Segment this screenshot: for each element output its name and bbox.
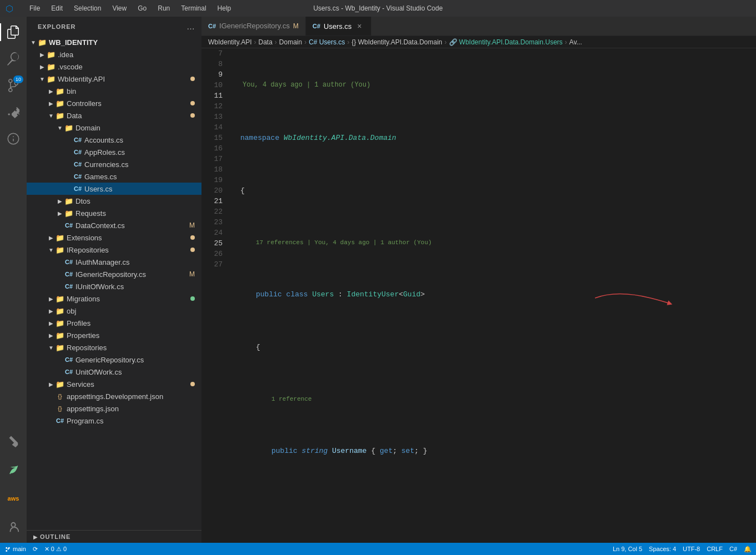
wbidentity-badge [190,77,195,81]
encoding-label: UTF-8 [683,546,700,552]
tab-users-close[interactable]: × [355,22,364,31]
irepositories-badge [190,248,195,252]
tab-users-icon: C# [313,23,320,29]
breadcrumb-file[interactable]: C# Users.cs [309,38,345,46]
sidebar-item-appsettings-dev[interactable]: ▶ {} appsettings.Development.json [27,390,201,402]
sidebar-item-properties[interactable]: ▶ 📁 Properties [27,329,201,341]
sidebar-item-users[interactable]: ▶ C# Users.cs [27,183,201,195]
code-line-12 [240,498,756,509]
sidebar-item-igenericrepo[interactable]: ▶ C# IGenericRepository.cs M [27,268,201,280]
sidebar-item-domain[interactable]: ▼ 📁 Domain [27,122,201,134]
sidebar-item-requests[interactable]: ▶ 📁 Requests [27,207,201,219]
iunitofwork-label: IUnitOfWork.cs [75,282,197,291]
activity-remote[interactable] [0,125,27,152]
sidebar-item-data[interactable]: ▼ 📁 Data [27,109,201,122]
breadcrumb-domain[interactable]: Domain [279,38,302,46]
status-spaces[interactable]: Spaces: 4 [649,546,676,552]
sidebar-item-controllers[interactable]: ▶ 📁 Controllers [27,97,201,109]
root-folder-icon: 📁 [38,38,47,47]
controllers-badge [190,101,195,105]
menu-help[interactable]: Help [213,3,236,13]
sidebar-item-services[interactable]: ▶ 📁 Services [27,378,201,390]
sidebar-item-approles[interactable]: ▶ C# AppRoles.cs [27,146,201,158]
breadcrumb-member[interactable]: Av... [569,38,582,46]
activity-account[interactable] [0,514,27,541]
tab-igenericrepo[interactable]: C# IGenericRepository.cs M [201,17,306,36]
breadcrumb-ns[interactable]: {} WbIdentity.API.Data.Domain [352,38,442,46]
sidebar-item-currencies[interactable]: ▶ C# Currencies.cs [27,158,201,170]
sidebar-item-migrations[interactable]: ▶ 📁 Migrations [27,292,201,305]
outline-header[interactable]: ▶ OUTLINE [27,531,201,543]
breadcrumb-data[interactable]: Data [258,38,272,46]
sidebar-item-iauthmanager[interactable]: ▶ C# IAuthManager.cs [27,256,201,268]
eol-label: CRLF [707,546,723,552]
status-branch[interactable]: main [4,546,26,552]
tab-users[interactable]: C# Users.cs × [306,17,371,36]
users-icon: C# [73,184,82,193]
breadcrumb-class[interactable]: 🔗 WbIdentity.API.Data.Domain.Users [449,38,563,46]
igenericrepo-modified: M [189,270,195,278]
status-encoding[interactable]: UTF-8 [683,546,700,552]
menu-selection[interactable]: Selection [69,3,105,13]
domain-arrow: ▼ [56,123,64,132]
sidebar-item-games[interactable]: ▶ C# Games.cs [27,170,201,183]
activity-search[interactable] [0,46,27,72]
extensions-label: Extensions [67,234,190,242]
menu-run[interactable]: Run [153,3,174,13]
breadcrumb-wbidentity[interactable]: WbIdentity.API [208,38,251,46]
sidebar-item-datacontext[interactable]: ▶ C# DataContext.cs M [27,219,201,231]
sidebar-item-dtos[interactable]: ▶ 📁 Dtos [27,195,201,207]
new-file-icon[interactable]: … [187,22,195,31]
sidebar-item-iunitofwork[interactable]: ▶ C# IUnitOfWork.cs [27,280,201,292]
sidebar-item-bin[interactable]: ▶ 📁 bin [27,85,201,97]
sidebar-item-genericrepo[interactable]: ▶ C# GenericRepository.cs [27,354,201,366]
code-editor[interactable]: 7 8 9 10 11 12 13 14 15 16 17 18 19 20 2… [201,48,756,543]
obj-arrow: ▶ [47,306,56,315]
activity-run[interactable] [0,427,27,454]
ref-hint-11: 1 reference [240,395,756,403]
requests-label: Requests [75,209,197,218]
status-errors[interactable]: ✕ 0 ⚠ 0 [44,546,67,553]
activity-extensions[interactable] [0,99,27,125]
menu-view[interactable]: View [108,3,131,13]
sidebar-item-idea[interactable]: ▶ 📁 .idea [27,48,201,60]
sidebar-item-unitofwork[interactable]: ▶ C# UnitOfWork.cs [27,366,201,378]
sidebar-item-profiles[interactable]: ▶ 📁 Profiles [27,317,201,329]
outline-arrow: ▶ [31,532,40,541]
vscode-icon: 📁 [47,62,56,71]
sidebar-item-accounts[interactable]: ▶ C# Accounts.cs [27,134,201,146]
sidebar-item-obj[interactable]: ▶ 📁 obj [27,305,201,317]
extensions-icon: 📁 [56,233,64,242]
activity-leaf[interactable] [0,456,27,483]
status-feedback[interactable]: 🔔 [744,546,752,553]
menu-edit[interactable]: Edit [47,3,67,13]
sidebar-item-appsettings[interactable]: ▶ {} appsettings.json [27,402,201,415]
menu-terminal[interactable]: Terminal [177,3,210,13]
appsettings-icon: {} [56,404,64,413]
status-language[interactable]: C# [729,546,737,552]
properties-icon: 📁 [56,331,64,340]
status-line[interactable]: Ln 9, Col 5 [613,546,642,552]
error-count: 0 [51,546,54,552]
line-col: Ln 9, Col 5 [613,546,642,552]
sidebar-scroll[interactable]: ▼ 📁 WB_IDENTITY ▶ 📁 .idea ▶ 📁 .vscode [27,36,201,530]
sidebar-item-vscode[interactable]: ▶ 📁 .vscode [27,60,201,73]
sidebar-item-wbidentity[interactable]: ▼ 📁 WbIdentity.API [27,73,201,85]
activity-aws[interactable]: aws [0,485,27,512]
sidebar-item-repositories[interactable]: ▼ 📁 Repositories [27,341,201,354]
tab-users-label: Users.cs [324,22,352,31]
status-sync[interactable]: ⟳ [33,546,38,553]
sidebar-item-program[interactable]: ▶ C# Program.cs [27,415,201,427]
menu-file[interactable]: File [25,3,44,13]
sidebar-item-extensions[interactable]: ▶ 📁 Extensions [27,231,201,244]
bc-sep6: › [565,38,567,46]
menu-go[interactable]: Go [133,3,151,13]
status-eol[interactable]: CRLF [707,546,723,552]
activity-explorer[interactable] [0,19,27,46]
sidebar-item-irepositories[interactable]: ▼ 📁 IRepositories [27,244,201,256]
code-line-10: { [240,342,756,352]
bin-icon: 📁 [56,87,64,95]
activity-git[interactable]: 10 [0,72,27,99]
appsettings-label: appsettings.json [67,405,197,413]
tree-root[interactable]: ▼ 📁 WB_IDENTITY [27,36,201,48]
